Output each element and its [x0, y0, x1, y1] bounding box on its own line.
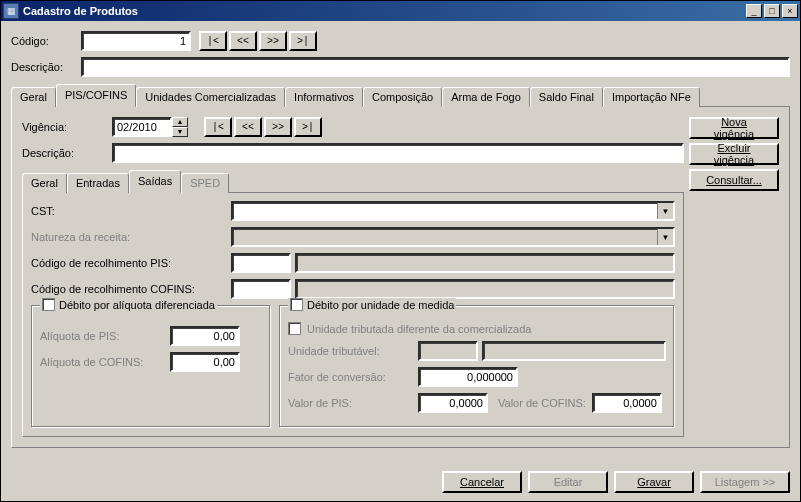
valcofins-label: Valor de COFINS:	[498, 397, 586, 409]
tab-informativos[interactable]: Informativos	[285, 87, 363, 107]
tab-composicao[interactable]: Composição	[363, 87, 442, 107]
vig-descricao-input[interactable]	[112, 143, 684, 163]
codigo-label: Código:	[11, 35, 81, 47]
cst-select[interactable]: ▼	[231, 201, 675, 221]
legend-aliquota: Débito por alíquota diferenciada	[59, 299, 215, 311]
listagem-button: Listagem >>	[700, 471, 790, 493]
consultar-button[interactable]: Consultar...	[689, 169, 779, 191]
vigencia-label: Vigência:	[22, 121, 112, 133]
client-area: Código: |< << >> >| Descrição: Geral PIS…	[1, 21, 800, 471]
cod-cofins-label: Código de recolhimento COFINS:	[31, 283, 231, 295]
nova-vigencia-button[interactable]: Nova vigência	[689, 117, 779, 139]
vig-descricao-label: Descrição:	[22, 147, 112, 159]
subtab-sped: SPED	[181, 173, 229, 193]
fator-input	[418, 367, 518, 387]
app-icon: ▦	[3, 3, 19, 19]
record-nav: |< << >> >|	[199, 31, 317, 51]
tab-piscofins[interactable]: PIS/COFINS	[56, 84, 136, 107]
titlebar: ▦ Cadastro de Produtos _ □ ×	[1, 1, 800, 21]
nav-next-button[interactable]: >>	[259, 31, 287, 51]
valcofins-input	[592, 393, 662, 413]
natureza-label: Natureza da receita:	[31, 231, 231, 243]
cofins-aliq-label: Alíquota de COFINS:	[40, 356, 170, 368]
editar-button: Editar	[528, 471, 608, 493]
vig-nav-first-button[interactable]: |<	[204, 117, 232, 137]
valpis-label: Valor de PIS:	[288, 397, 418, 409]
vigencia-input[interactable]	[112, 117, 172, 137]
tab-unidades[interactable]: Unidades Comercializadas	[136, 87, 285, 107]
cod-cofins-display	[295, 279, 675, 299]
unidade-trib-code	[418, 341, 478, 361]
dropdown-icon: ▼	[657, 229, 673, 245]
sub-tabstrip: Geral Entradas Saídas SPED	[22, 169, 684, 193]
valpis-input	[418, 393, 488, 413]
pis-aliq-label: Alíquota de PIS:	[40, 330, 170, 342]
chk-unidade-dif	[288, 322, 301, 335]
subtab-saidas[interactable]: Saídas	[129, 170, 181, 193]
vigencia-side-buttons: Nova vigência Excluir vigência Consultar…	[689, 117, 779, 191]
window: ▦ Cadastro de Produtos _ □ × Código: |< …	[0, 0, 801, 502]
cod-pis-label: Código de recolhimento PIS:	[31, 257, 231, 269]
vigencia-nav: |< << >> >|	[204, 117, 322, 137]
cod-pis-input[interactable]	[231, 253, 291, 273]
legend-unidade: Débito por unidade de medida	[307, 299, 454, 311]
vigencia-down-button[interactable]: ▼	[172, 127, 188, 137]
chk-aliquota[interactable]	[42, 298, 55, 311]
nav-first-button[interactable]: |<	[199, 31, 227, 51]
tab-importacaonfe[interactable]: Importação NFe	[603, 87, 700, 107]
dropdown-icon[interactable]: ▼	[657, 203, 673, 219]
gravar-button[interactable]: Gravar	[614, 471, 694, 493]
tab-saldofinal[interactable]: Saldo Final	[530, 87, 603, 107]
footer: Cancelar Editar Gravar Listagem >>	[1, 471, 800, 501]
unidade-trib-label: Unidade tributável:	[288, 345, 418, 357]
cod-cofins-input[interactable]	[231, 279, 291, 299]
excluir-vigencia-button[interactable]: Excluir vigência	[689, 143, 779, 165]
vig-nav-prev-button[interactable]: <<	[234, 117, 262, 137]
tab-armadefogo[interactable]: Arma de Fogo	[442, 87, 530, 107]
fator-label: Fator de conversão:	[288, 371, 418, 383]
window-title: Cadastro de Produtos	[23, 5, 746, 17]
pis-aliq-input	[170, 326, 240, 346]
vigencia-spin[interactable]: ▲ ▼	[112, 117, 188, 137]
descricao-label: Descrição:	[11, 61, 81, 73]
tab-geral[interactable]: Geral	[11, 87, 56, 107]
close-button[interactable]: ×	[782, 4, 798, 18]
chk-unidade[interactable]	[290, 298, 303, 311]
natureza-select: ▼	[231, 227, 675, 247]
minimize-button[interactable]: _	[746, 4, 762, 18]
nav-prev-button[interactable]: <<	[229, 31, 257, 51]
chk-unidade-dif-label: Unidade tributada diferente da comercial…	[307, 323, 531, 335]
cofins-aliq-input	[170, 352, 240, 372]
group-aliquota: Débito por alíquota diferenciada Alíquot…	[31, 305, 271, 428]
nav-last-button[interactable]: >|	[289, 31, 317, 51]
maximize-button[interactable]: □	[764, 4, 780, 18]
cod-pis-display	[295, 253, 675, 273]
vig-nav-next-button[interactable]: >>	[264, 117, 292, 137]
codigo-input[interactable]	[81, 31, 191, 51]
group-unidade: Débito por unidade de medida Unidade tri…	[279, 305, 675, 428]
vig-nav-last-button[interactable]: >|	[294, 117, 322, 137]
descricao-input[interactable]	[81, 57, 790, 77]
sub-tabpanel: CST: ▼ Natureza da receita: ▼ Código de …	[22, 193, 684, 437]
unidade-trib-desc	[482, 341, 666, 361]
main-tabpanel: Nova vigência Excluir vigência Consultar…	[11, 107, 790, 448]
main-tabstrip: Geral PIS/COFINS Unidades Comercializada…	[11, 83, 790, 107]
subtab-entradas[interactable]: Entradas	[67, 173, 129, 193]
cancelar-button[interactable]: Cancelar	[442, 471, 522, 493]
cst-label: CST:	[31, 205, 231, 217]
subtab-geral[interactable]: Geral	[22, 173, 67, 193]
vigencia-up-button[interactable]: ▲	[172, 117, 188, 127]
